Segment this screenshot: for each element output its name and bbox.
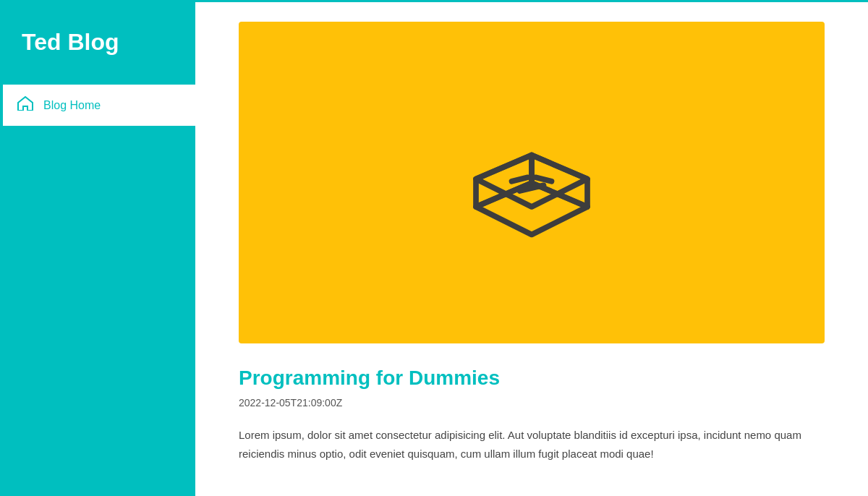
post-date: 2022-12-05T21:09:00Z <box>239 397 825 409</box>
sidebar: Ted Blog Blog Home <box>0 0 195 496</box>
svg-line-0 <box>512 177 528 181</box>
hero-illustration <box>452 103 611 262</box>
post-title: Programming for Dummies <box>239 367 825 390</box>
sidebar-item-blog-home[interactable]: Blog Home <box>0 85 195 126</box>
svg-line-1 <box>536 177 552 181</box>
home-icon <box>17 96 33 114</box>
post-excerpt: Lorem ipsum, dolor sit amet consectetur … <box>239 426 825 463</box>
sidebar-item-label: Blog Home <box>43 99 101 112</box>
sidebar-nav: Blog Home <box>0 85 195 126</box>
main-content: Programming for Dummies 2022-12-05T21:09… <box>195 0 868 496</box>
top-accent-bar <box>0 0 868 2</box>
site-title: Ted Blog <box>0 0 195 85</box>
hero-image <box>239 22 825 343</box>
